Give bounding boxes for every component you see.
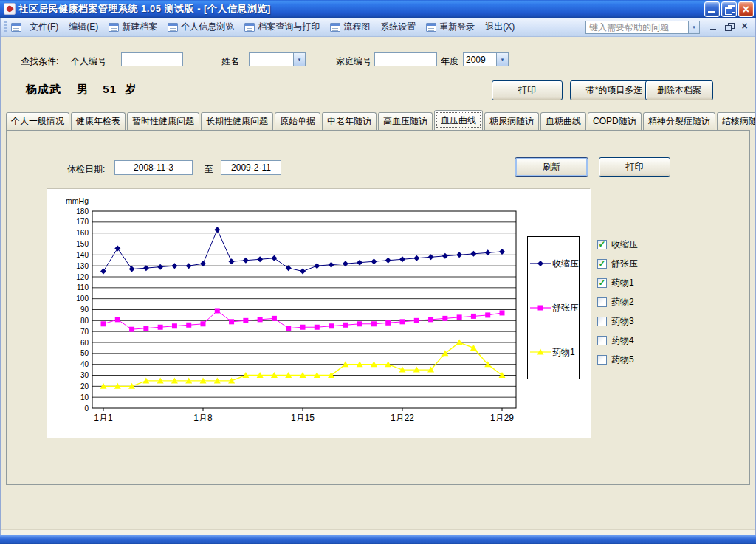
svg-text:150: 150	[76, 240, 89, 248]
menu-item-1[interactable]: 编辑(E)	[63, 19, 103, 35]
checkbox-checked[interactable]: ✓	[597, 259, 607, 269]
year-value[interactable]	[464, 53, 496, 66]
personal-id-input[interactable]	[121, 52, 183, 66]
name-input[interactable]	[250, 53, 293, 66]
name-combobox[interactable]	[249, 52, 306, 66]
tab-3[interactable]: 长期性健康问题	[201, 112, 273, 130]
checkbox[interactable]	[597, 355, 607, 365]
minimize-button[interactable]	[704, 1, 720, 17]
svg-text:30: 30	[80, 371, 89, 379]
svg-text:100: 100	[76, 295, 89, 303]
refresh-button[interactable]: 刷新	[515, 157, 588, 177]
criteria-label: 查找条件:	[21, 55, 58, 68]
year-dropdown-arrow-icon[interactable]	[496, 53, 508, 66]
menu-item-4[interactable]: 档案查询与打印	[239, 19, 325, 35]
legend-label: 收缩压	[552, 258, 579, 270]
restore-button[interactable]	[721, 1, 737, 17]
help-dropdown-arrow-icon[interactable]	[689, 21, 700, 34]
toolbar-grip[interactable]	[4, 21, 7, 33]
tab-9[interactable]: 血糖曲线	[540, 112, 586, 130]
mdi-close-button[interactable]	[740, 22, 749, 32]
menu-item-5[interactable]: 流程图	[325, 19, 375, 35]
svg-text:20: 20	[80, 382, 89, 390]
tab-10[interactable]: COPD随访	[588, 112, 642, 130]
name-dropdown-arrow-icon[interactable]	[293, 53, 305, 66]
chart-legend: 收缩压舒张压药物1	[527, 236, 580, 379]
series-checkbox-row-5: 药物4	[597, 334, 638, 346]
menu-item-7[interactable]: 重新登录	[421, 19, 480, 35]
series-checkbox-row-4: 药物3	[597, 315, 638, 327]
legend-entry-0: 收缩压	[530, 258, 577, 270]
tab-2[interactable]: 暂时性健康问题	[127, 112, 199, 130]
delete-record-button[interactable]: 删除本档案	[645, 80, 713, 100]
checkbox[interactable]	[597, 317, 607, 326]
tab-strip: 个人一般情况健康年检表暂时性健康问题长期性健康问题原始单据中老年随访高血压随访血…	[6, 110, 750, 130]
form-icon	[330, 23, 340, 32]
menu-item-6[interactable]: 系统设置	[375, 19, 421, 35]
menu-bar: 文件(F)编辑(E)新建档案个人信息浏览档案查询与打印流程图系统设置重新登录退出…	[0, 18, 756, 37]
menu-item-label: 新建档案	[122, 21, 157, 33]
tab-4[interactable]: 原始单据	[275, 112, 320, 130]
svg-text:180: 180	[76, 207, 89, 216]
tab-7[interactable]: 血压曲线	[434, 110, 483, 130]
svg-text:120: 120	[76, 273, 89, 281]
mdi-minimize-button[interactable]	[709, 22, 718, 32]
svg-text:50: 50	[80, 349, 89, 357]
checkbox-label: 舒张压	[611, 258, 638, 270]
form-icon	[168, 23, 178, 32]
menu-item-0[interactable]: 文件(F)	[24, 19, 63, 35]
year-combobox[interactable]	[463, 52, 509, 66]
menu-item-label: 档案查询与打印	[258, 21, 320, 33]
menu-item-label: 系统设置	[380, 21, 416, 33]
menu-item-label: 个人信息浏览	[181, 21, 234, 33]
menu-item-3[interactable]: 个人信息浏览	[162, 19, 239, 35]
legend-entry-1: 舒张压	[530, 302, 577, 314]
svg-text:130: 130	[76, 262, 89, 270]
checkbox[interactable]	[597, 297, 607, 307]
svg-text:0: 0	[84, 404, 89, 413]
patient-age-unit: 岁	[125, 83, 137, 95]
date-from-input[interactable]	[114, 160, 193, 175]
svg-text:1月22: 1月22	[391, 413, 414, 423]
title-bar: 社区居民健康档案管理系统 1.05 测试版 - [个人信息浏览]	[0, 0, 756, 18]
checkbox-checked[interactable]: ✓	[597, 240, 607, 249]
print-chart-button[interactable]: 打印	[599, 157, 670, 177]
checkbox-label: 药物1	[611, 277, 634, 289]
help-search-input[interactable]	[585, 21, 689, 34]
close-button[interactable]	[738, 1, 754, 17]
family-id-input[interactable]	[374, 52, 437, 66]
app-window: 社区居民健康档案管理系统 1.05 测试版 - [个人信息浏览] 文件(F)编辑…	[0, 0, 756, 544]
date-to-input[interactable]	[221, 160, 281, 175]
svg-text:1月8: 1月8	[193, 413, 213, 423]
tab-0[interactable]: 个人一般情况	[6, 112, 69, 130]
svg-text:170: 170	[76, 218, 89, 226]
legend-label: 舒张压	[552, 302, 579, 314]
svg-text:160: 160	[76, 229, 89, 237]
svg-text:10: 10	[80, 393, 89, 402]
svg-text:80: 80	[80, 317, 89, 325]
tab-5[interactable]: 中老年随访	[322, 112, 377, 130]
mdi-restore-button[interactable]	[724, 22, 734, 32]
checkbox-checked[interactable]: ✓	[597, 278, 607, 288]
checkbox[interactable]	[597, 336, 607, 345]
bp-curve-panel: 体检日期: 至 刷新 打印 01020304050607080901001101…	[6, 130, 750, 485]
svg-text:1月1: 1月1	[94, 413, 113, 423]
tab-11[interactable]: 精神分裂症随访	[643, 112, 715, 130]
svg-text:1月29: 1月29	[490, 413, 514, 423]
year-label: 年度	[441, 55, 458, 68]
print-record-button[interactable]: 打印	[492, 80, 563, 100]
patient-name: 杨成武	[26, 83, 61, 95]
series-checkbox-row-1: ✓舒张压	[597, 258, 638, 269]
checkbox-label: 药物4	[611, 334, 634, 347]
tab-12[interactable]: 结核病随访	[717, 112, 756, 130]
to-label: 至	[205, 163, 213, 176]
tab-6[interactable]: 高血压随访	[378, 112, 433, 130]
tab-8[interactable]: 糖尿病随访	[484, 112, 539, 130]
menu-item-2[interactable]: 新建档案	[103, 19, 162, 35]
menu-item-8[interactable]: 退出(X)	[480, 19, 520, 35]
patient-age: 51	[103, 83, 117, 95]
menu-item-label: 重新登录	[439, 21, 475, 33]
svg-text:60: 60	[80, 339, 89, 347]
tab-1[interactable]: 健康年检表	[71, 112, 126, 130]
app-icon	[4, 3, 16, 15]
